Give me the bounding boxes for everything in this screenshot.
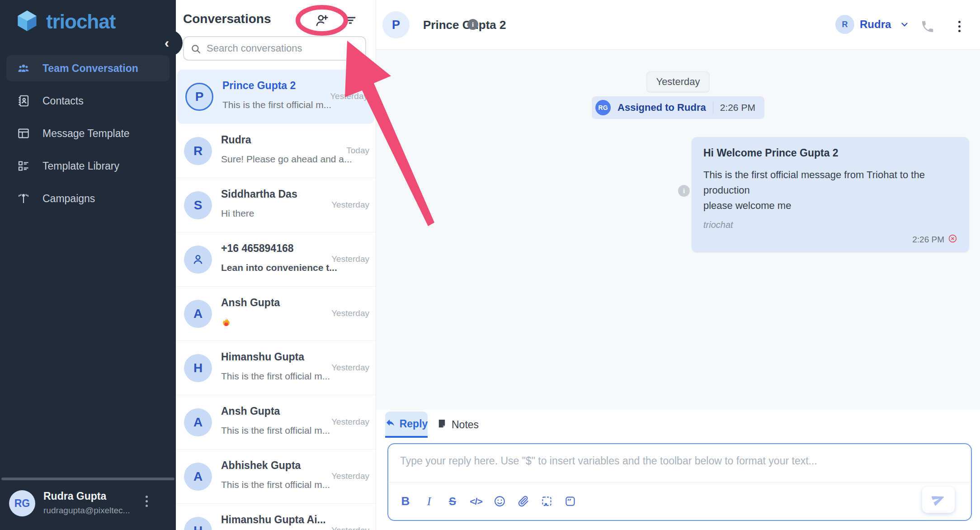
message-body-line: please welcome me [703, 198, 957, 213]
search-input[interactable] [207, 37, 363, 60]
sidebar-user-section[interactable]: RG Rudra Gupta rudragupta@pixeltec... [0, 487, 176, 530]
conversation-item[interactable]: H Himanshu Gupta This is the first offic… [176, 341, 376, 395]
conversation-time: Today [346, 146, 369, 156]
badge-separator [713, 102, 713, 114]
conversation-time: Yesterday [331, 525, 369, 530]
sidebar-divider [1, 478, 174, 480]
sidebar-item-campaigns[interactable]: Campaigns [6, 185, 170, 212]
contacts-icon [16, 94, 31, 108]
call-button[interactable] [918, 17, 938, 37]
bold-icon[interactable]: B [398, 494, 413, 509]
conversation-preview: This is the first official m... [221, 371, 330, 382]
conversation-name: +16 465894168 [221, 242, 294, 255]
sidebar-item-template-library[interactable]: Template Library [6, 153, 170, 179]
reply-icon [385, 417, 396, 431]
avatar: A [184, 408, 212, 436]
user-avatar: RG [9, 490, 35, 516]
conversation-preview: This is the first official m... [221, 425, 330, 436]
tab-reply[interactable]: Reply [385, 412, 428, 438]
conversation-item[interactable]: R Rudra Sure! Please go ahead and a... T… [176, 124, 376, 178]
day-divider: Yesterday [646, 71, 709, 92]
user-menu-kebab-icon[interactable] [146, 496, 148, 507]
assigner-avatar: RG [595, 100, 611, 115]
search-icon [190, 43, 202, 57]
user-name: Rudra Gupta [43, 490, 106, 502]
sidebar-item-label: Campaigns [42, 193, 95, 205]
conversation-time: Yesterday [331, 471, 369, 481]
avatar: H [184, 517, 212, 530]
phone-icon [920, 19, 935, 35]
message-footer: triochat [703, 220, 957, 230]
avatar: R [184, 137, 212, 165]
assignment-text: Assigned to Rudra [617, 102, 706, 114]
assignee-avatar: R [835, 15, 854, 34]
code-icon[interactable]: </> [469, 494, 483, 509]
emoji-icon[interactable] [492, 494, 507, 509]
triochat-app: triochat ‹ Team Conversation Contacts [0, 0, 980, 530]
sidebar-nav: Team Conversation Contacts Message Templ… [0, 55, 176, 218]
canned-response-icon[interactable] [563, 494, 577, 509]
chat-contact-name: Prince Gupta 2 [423, 18, 506, 32]
conversation-item[interactable]: A Abhishek Gupta This is the first offic… [176, 450, 376, 504]
conversation-time: Yesterday [331, 200, 369, 210]
conversation-item[interactable]: S Siddhartha Das Hi there Yesterday [176, 178, 376, 232]
tab-notes-label: Notes [452, 419, 479, 431]
contact-avatar: P [382, 11, 410, 38]
reply-input[interactable]: Type your reply here. Use "$" to insert … [387, 443, 972, 521]
assignee-name: Rudra [860, 18, 891, 31]
message-bubble: Hi Welcome Prince Gupta 2 This is the fi… [692, 137, 969, 252]
search-conversations [183, 36, 366, 61]
sidebar-item-label: Message Template [42, 128, 130, 140]
send-icon [932, 492, 946, 507]
conversation-name: Himanshu Gupta [221, 351, 304, 363]
conversations-title: Conversations [183, 12, 271, 26]
assignee-dropdown[interactable]: R Rudra [835, 15, 910, 34]
strikethrough-icon[interactable]: S [445, 494, 460, 509]
reply-placeholder: Type your reply here. Use "$" to insert … [400, 455, 817, 467]
contact-info-icon[interactable]: i [467, 19, 478, 30]
logo[interactable]: triochat [15, 9, 115, 34]
add-conversation-button[interactable] [312, 11, 332, 31]
logo-text: triochat [46, 10, 115, 33]
add-user-icon [314, 12, 330, 30]
tab-notes[interactable]: Notes [437, 416, 479, 433]
sidebar-item-team-conversation[interactable]: Team Conversation [6, 55, 170, 81]
chat-menu-kebab-icon[interactable] [954, 19, 965, 34]
conversation-item[interactable]: P Prince Gupta 2 This is the first offic… [177, 70, 374, 124]
send-button[interactable] [922, 487, 955, 513]
message-time: 2:26 PM [912, 235, 944, 245]
conversation-item[interactable]: +16 465894168 Lean into convenience t...… [176, 232, 376, 287]
conversation-name: Himanshu Gupta Ai... [221, 514, 326, 526]
conversation-list: P Prince Gupta 2 This is the first offic… [176, 70, 376, 530]
conversation-time: Yesterday [331, 308, 369, 318]
conversation-name: Rudra [221, 134, 251, 146]
message-body-line: This is the first official message from … [703, 167, 957, 198]
composer: Reply Notes Type your reply here. Use "$… [376, 410, 980, 530]
conversation-name: Siddhartha Das [221, 188, 297, 200]
chat-header: P Prince Gupta 2 i R Rudra [376, 0, 980, 50]
sidebar-collapse-button[interactable]: ‹ [156, 30, 183, 56]
conversation-item[interactable]: H Himanshu Gupta Ai... Yesterday [176, 504, 376, 530]
conversation-preview: Sure! Please go ahead and a... [221, 154, 352, 165]
conversation-item[interactable]: A Ansh Gupta This is the first official … [176, 395, 376, 450]
sidebar-item-contacts[interactable]: Contacts [6, 88, 170, 114]
avatar: H [184, 354, 212, 382]
filter-conversations-button[interactable] [340, 11, 360, 31]
error-icon [948, 234, 957, 245]
person-icon [184, 246, 212, 274]
conversations-panel: Conversations P Prince Gupta 2 This is t… [176, 0, 376, 530]
people-icon [16, 61, 31, 76]
conversation-time: Yesterday [331, 363, 369, 373]
conversation-item[interactable]: A Ansh Gupta Yesterday [176, 287, 376, 341]
sidebar-item-message-template[interactable]: Message Template [6, 120, 170, 147]
conversation-name: Ansh Gupta [221, 297, 280, 309]
message-area: Yesterday RG Assigned to Rudra 2:26 PM i… [376, 50, 980, 410]
template-icon[interactable] [539, 494, 554, 509]
avatar: A [184, 300, 212, 328]
sidebar: triochat ‹ Team Conversation Contacts [0, 0, 176, 530]
message-info-icon[interactable]: i [678, 185, 690, 197]
attachment-icon[interactable] [516, 494, 530, 509]
italic-icon[interactable]: I [422, 494, 436, 509]
conversation-time: Yesterday [330, 91, 368, 101]
conversation-time: Yesterday [331, 254, 369, 264]
